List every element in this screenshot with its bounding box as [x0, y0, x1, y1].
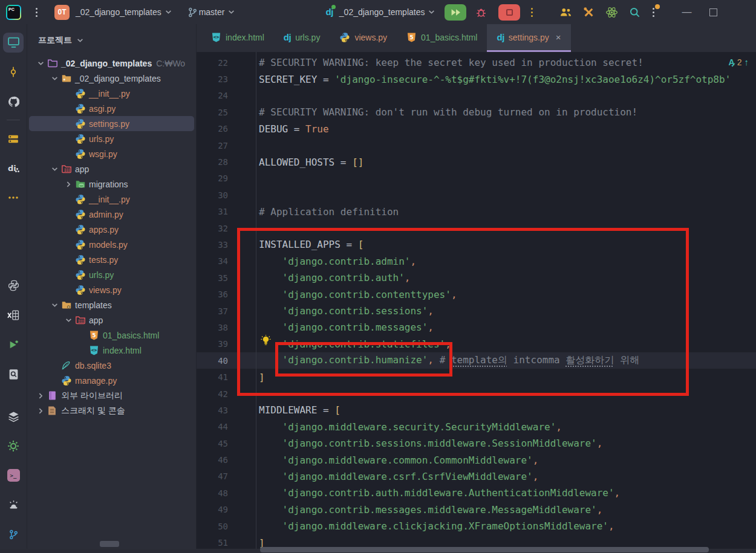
code-line-27[interactable]: 27: [197, 137, 756, 154]
tab-index.html[interactable]: <>index.html: [201, 24, 274, 52]
code-with-me-button[interactable]: [555, 5, 578, 19]
code-line-48[interactable]: 48 'django.contrib.auth.middleware.Authe…: [197, 485, 756, 501]
tree-item-manage.py[interactable]: manage.py: [29, 373, 194, 388]
django-structure-tool-button[interactable]: di: [3, 158, 24, 178]
tree-item-migrations[interactable]: migrations: [29, 176, 194, 192]
project-panel-header[interactable]: 프로젝트: [27, 24, 196, 56]
git-tool-button[interactable]: [3, 525, 24, 545]
vcs-widget[interactable]: master: [187, 7, 235, 18]
rerun-button[interactable]: [445, 4, 466, 21]
chevron-right-icon[interactable]: [62, 182, 75, 187]
tree-item-label: settings.py: [89, 119, 129, 129]
layers-tool-button[interactable]: [3, 407, 24, 427]
tree-item-app[interactable]: app: [29, 312, 194, 328]
code-line-30[interactable]: 30: [197, 187, 756, 203]
project-widget[interactable]: 0T _02_django_templates: [44, 5, 172, 20]
commit-tool-button[interactable]: [3, 62, 24, 82]
code-line-25[interactable]: 25# SECURITY WARNING: don't run with deb…: [197, 104, 756, 120]
line-number: 44: [197, 422, 228, 432]
tab-urls.py[interactable]: djurls.py: [274, 24, 330, 52]
settings-menu-button[interactable]: [646, 3, 661, 22]
code-line-24[interactable]: 24: [197, 88, 756, 104]
code-line-43[interactable]: 43MIDDLEWARE = [: [197, 402, 756, 418]
tree-item-apps.py[interactable]: apps.py: [29, 222, 194, 237]
py-icon: [75, 224, 88, 235]
code-line-47[interactable]: 47 'django.middleware.csrf.CsrfViewMiddl…: [197, 468, 756, 485]
tree-item-label: _02_django_templates: [75, 74, 161, 83]
tab-settings.py[interactable]: djsettings.py×: [487, 24, 570, 52]
tree-item-asgi.py[interactable]: asgi.py: [29, 101, 194, 116]
code-line-46[interactable]: 46 'django.middleware.common.CommonMiddl…: [197, 451, 756, 468]
code-line-29[interactable]: 29: [197, 170, 756, 187]
tree-item-db.sqlite3[interactable]: db.sqlite3: [29, 358, 194, 373]
tree-item-_02_django_templates[interactable]: _02_django_templates: [29, 71, 194, 86]
tree-item-index.html[interactable]: <>index.html: [29, 343, 194, 358]
sciview-table-button[interactable]: [3, 305, 24, 325]
find-tool-button[interactable]: [3, 364, 24, 384]
chevron-down-icon[interactable]: [34, 61, 47, 66]
code-line-22[interactable]: 22# SECURITY WARNING: keep the secret ke…: [197, 54, 756, 71]
tree-item-models.py[interactable]: models.py: [29, 237, 194, 252]
structure-tool-button[interactable]: [3, 129, 24, 149]
tree-item-templates[interactable]: templates: [29, 297, 194, 312]
code-line-28[interactable]: 28ALLOWED_HOSTS = []: [197, 154, 756, 170]
tree-item-urls.py[interactable]: urls.py: [29, 131, 194, 146]
tree-item-외부 라이브러리[interactable]: 외부 라이브러리: [29, 388, 194, 403]
github-tool-button[interactable]: [3, 92, 24, 112]
tree-item-admin.py[interactable]: admin.py: [29, 207, 194, 222]
tree-item-__init__.py[interactable]: __init__.py: [29, 192, 194, 207]
tree-item-settings.py[interactable]: settings.py: [29, 116, 194, 131]
chevron-down-icon[interactable]: [48, 76, 61, 81]
tree-item-label: templates: [75, 300, 112, 310]
tree-item-urls.py[interactable]: urls.py: [29, 267, 194, 282]
code-line-23[interactable]: 23SECRET_KEY = 'django-insecure-^-%t$g#f…: [197, 71, 756, 87]
tree-item-스크래치 및 콘솔[interactable]: 스크래치 및 콘솔: [29, 403, 194, 418]
atom-icon: [605, 6, 618, 19]
tab-views.py[interactable]: views.py: [330, 24, 397, 52]
tree-item-tests.py[interactable]: tests.py: [29, 252, 194, 267]
run-more-kebab-icon[interactable]: [525, 4, 539, 21]
tree-item-__init__.py[interactable]: __init__.py: [29, 86, 194, 101]
tree-horizontal-scrollbar[interactable]: [100, 541, 119, 547]
build-tools-button[interactable]: [578, 4, 600, 21]
chevron-right-icon[interactable]: [34, 409, 47, 413]
more-tool-windows-button[interactable]: [3, 188, 24, 208]
chevron-down-icon[interactable]: [48, 303, 61, 308]
next-inspection-arrow-icon[interactable]: ↑: [745, 57, 749, 67]
services-tool-button[interactable]: [3, 436, 24, 456]
editor-horizontal-scrollbar[interactable]: [260, 547, 709, 552]
atom-plugin-button[interactable]: [600, 4, 624, 21]
chevron-down-icon[interactable]: [62, 318, 75, 323]
line-number: 47: [197, 471, 228, 481]
stop-button[interactable]: [498, 4, 520, 21]
code-line-31[interactable]: 31# Application definition: [197, 204, 756, 220]
inspection-widget[interactable]: A✓ 2 ↑: [729, 57, 749, 67]
chevron-down-icon[interactable]: [48, 167, 61, 172]
code-line-45[interactable]: 45 'django.contrib.sessions.middleware.S…: [197, 435, 756, 451]
tree-item-views.py[interactable]: views.py: [29, 282, 194, 297]
chevron-right-icon[interactable]: [34, 393, 47, 398]
run-tool-button[interactable]: [3, 335, 24, 355]
tree-item-wsgi.py[interactable]: wsgi.py: [29, 146, 194, 161]
terminal-tool-button[interactable]: >_: [3, 465, 24, 485]
run-config-widget[interactable]: dj _02_django_templates: [325, 7, 435, 18]
search-everywhere-button[interactable]: [624, 4, 646, 21]
code-line-50[interactable]: 50 'django.middleware.clickjacking.XFram…: [197, 518, 756, 534]
debug-button[interactable]: [470, 4, 492, 21]
project-badge[interactable]: 0T: [54, 5, 70, 20]
problems-tool-button[interactable]: [3, 495, 24, 515]
close-icon[interactable]: ×: [556, 32, 561, 42]
tab-01_basics.html[interactable]: 501_basics.html: [397, 24, 487, 52]
tree-item-app[interactable]: app: [29, 161, 194, 176]
code-line-26[interactable]: 26DEBUG = True: [197, 121, 756, 137]
project-tool-button[interactable]: [3, 33, 24, 53]
tree-item-01_basics.html[interactable]: 501_basics.html: [29, 328, 194, 343]
python-packages-button[interactable]: [3, 276, 24, 296]
tree-item-_02_django_templates[interactable]: _02_django_templatesC:₩Wo: [29, 56, 194, 71]
maximize-button[interactable]: [709, 8, 717, 16]
code-line-49[interactable]: 49 'django.contrib.messages.middleware.M…: [197, 502, 756, 518]
main-menu-kebab-icon[interactable]: [30, 4, 44, 21]
code-line-44[interactable]: 44 'django.middleware.security.SecurityM…: [197, 419, 756, 435]
minimize-button[interactable]: —: [682, 7, 691, 18]
line-text: MIDDLEWARE = [: [259, 404, 341, 416]
